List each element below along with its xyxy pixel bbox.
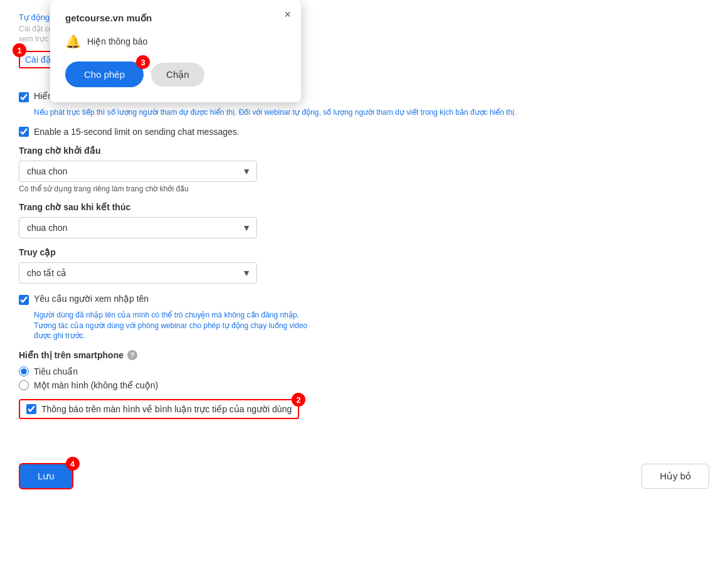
dialog-close-button[interactable]: × bbox=[284, 9, 291, 20]
save-button[interactable]: Lưu 4 bbox=[19, 463, 73, 489]
notif-checkbox-container-wrapper: Thông báo trên màn hình về bình luận trự… bbox=[19, 399, 299, 432]
radio-standard-label: Tiêu chuẩn bbox=[34, 366, 78, 376]
footer-buttons: Lưu 4 Hủy bỏ bbox=[19, 457, 709, 489]
notif-checkbox-container: Thông báo trên màn hình về bình luận trự… bbox=[19, 399, 299, 419]
chat-limit-row: Enable a 15-second limit on sending chat… bbox=[19, 127, 709, 137]
notification-dialog: getcourse.vn muốn × 🔔 Hiện thông báo Cho… bbox=[50, 0, 301, 102]
radio-single-row: Một màn hình (không thể cuộn) bbox=[19, 380, 709, 390]
chat-limit-checkbox[interactable] bbox=[19, 127, 29, 137]
allow-button[interactable]: Cho phép 3 bbox=[65, 61, 144, 87]
help-icon[interactable]: ? bbox=[127, 350, 137, 360]
badge-4: 4 bbox=[66, 457, 80, 471]
waiting-end-label: Trang chờ sau khi kết thúc bbox=[19, 202, 709, 212]
notif-checkbox[interactable] bbox=[26, 404, 36, 414]
dialog-notif-row: 🔔 Hiện thông báo bbox=[65, 34, 286, 49]
badge-3: 3 bbox=[136, 55, 150, 69]
radio-standard-row: Tiêu chuẩn bbox=[19, 366, 709, 376]
radio-single-screen[interactable] bbox=[19, 380, 29, 390]
radio-single-label: Một màn hình (không thể cuộn) bbox=[34, 380, 158, 390]
save-button-wrapper: Lưu 4 bbox=[19, 463, 73, 489]
bell-icon: 🔔 bbox=[65, 34, 81, 49]
dialog-notif-text: Hiện thông báo bbox=[87, 36, 147, 46]
require-name-checkbox[interactable] bbox=[19, 295, 29, 305]
require-name-hint: Người dùng đã nhập tên của mình có thể t… bbox=[34, 310, 709, 341]
waiting-start-select[interactable]: chua chon bbox=[19, 161, 257, 182]
access-select-wrapper: cho tất cả ▼ bbox=[19, 262, 257, 284]
notif-checkbox-label: Thông báo trên màn hình về bình luận trự… bbox=[41, 404, 292, 414]
attendee-count-checkbox[interactable] bbox=[19, 92, 29, 102]
dialog-box: getcourse.vn muốn × 🔔 Hiện thông báo Cho… bbox=[50, 0, 301, 102]
badge-1: 1 bbox=[13, 43, 26, 57]
badge-2: 2 bbox=[292, 393, 305, 407]
dialog-buttons: Cho phép 3 Chặn bbox=[65, 61, 286, 87]
attendee-count-hint: Nếu phát trực tiếp thì số lượng người th… bbox=[34, 107, 709, 118]
access-label: Truy cập bbox=[19, 247, 709, 257]
chat-limit-label: Enable a 15-second limit on sending chat… bbox=[34, 127, 240, 137]
cancel-button[interactable]: Hủy bỏ bbox=[641, 464, 709, 489]
smartphone-label: Hiển thị trên smartphone ? bbox=[19, 350, 709, 360]
waiting-end-select[interactable]: chua chon bbox=[19, 217, 257, 238]
access-select[interactable]: cho tất cả bbox=[19, 262, 257, 284]
waiting-end-select-wrapper: chua chon ▼ bbox=[19, 217, 257, 238]
smartphone-section: Hiển thị trên smartphone ? Tiêu chuẩn Mộ… bbox=[19, 350, 709, 390]
waiting-start-select-wrapper: chua chon ▼ bbox=[19, 161, 257, 182]
waiting-start-hint: Có thể sử dụng trang riêng làm trang chờ… bbox=[19, 184, 709, 193]
radio-standard[interactable] bbox=[19, 366, 29, 376]
require-name-row: Yêu cầu người xem nhập tên bbox=[19, 294, 709, 305]
waiting-start-label: Trang chờ khởi đầu bbox=[19, 146, 709, 156]
dialog-title: getcourse.vn muốn bbox=[65, 13, 286, 24]
block-button[interactable]: Chặn bbox=[151, 63, 204, 87]
require-name-label: Yêu cầu người xem nhập tên bbox=[34, 294, 149, 304]
